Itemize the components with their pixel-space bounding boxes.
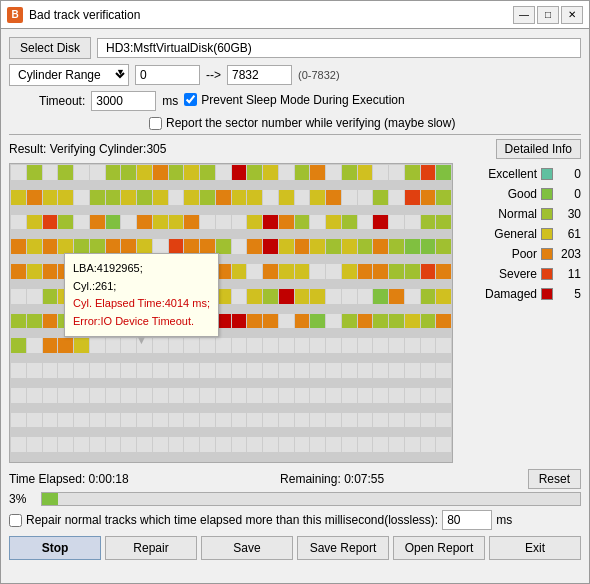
save-report-button[interactable]: Save Report — [297, 536, 389, 560]
grid-cell — [421, 413, 436, 428]
report-sector-checkbox[interactable] — [149, 117, 162, 130]
grid-cell — [200, 413, 215, 428]
grid-cell — [310, 239, 325, 254]
stat-value: 203 — [557, 247, 581, 261]
grid-cell — [421, 190, 436, 205]
grid-cell — [137, 388, 152, 403]
grid-cell — [373, 190, 388, 205]
grid-cell — [342, 165, 357, 180]
stat-value: 61 — [557, 227, 581, 241]
grid-cell — [405, 388, 420, 403]
grid-cell — [405, 413, 420, 428]
open-report-button[interactable]: Open Report — [393, 536, 485, 560]
grid-cell — [358, 264, 373, 279]
grid-cell — [11, 388, 26, 403]
grid-cell — [58, 190, 73, 205]
grid-cell — [326, 413, 341, 428]
grid-cell — [137, 239, 152, 254]
exit-button[interactable]: Exit — [489, 536, 581, 560]
stat-color-box — [541, 228, 553, 240]
grid-cell — [43, 338, 58, 353]
grid-cell — [358, 338, 373, 353]
grid-cell — [106, 388, 121, 403]
grid-cell — [153, 338, 168, 353]
grid-cell — [310, 215, 325, 230]
repair-checkbox[interactable] — [9, 514, 22, 527]
grid-cell — [310, 437, 325, 452]
detailed-info-button[interactable]: Detailed Info — [496, 139, 581, 159]
window-controls: — □ ✕ — [513, 6, 583, 24]
timeout-input[interactable] — [91, 91, 156, 111]
range-from-input[interactable] — [135, 65, 200, 85]
grid-cell — [232, 437, 247, 452]
grid-cell — [279, 264, 294, 279]
grid-cell — [389, 314, 404, 329]
save-button[interactable]: Save — [201, 536, 293, 560]
report-sector-label[interactable]: Report the sector number while verifying… — [149, 116, 581, 130]
grid-cell — [216, 363, 231, 378]
grid-cell — [295, 388, 310, 403]
grid-cell — [137, 363, 152, 378]
grid-cell — [373, 388, 388, 403]
grid-cell — [373, 264, 388, 279]
grid-cell — [153, 437, 168, 452]
grid-cell — [216, 165, 231, 180]
grid-cell — [27, 239, 42, 254]
grid-cell — [184, 437, 199, 452]
stop-button[interactable]: Stop — [9, 536, 101, 560]
grid-cell — [43, 264, 58, 279]
grid-cell — [326, 239, 341, 254]
grid-cell — [421, 215, 436, 230]
grid-cell — [263, 165, 278, 180]
grid-cell — [389, 338, 404, 353]
range-type-dropdown-wrapper[interactable]: Cylinder Range — [9, 64, 129, 86]
grid-cell — [373, 215, 388, 230]
grid-cell — [232, 388, 247, 403]
range-to-input[interactable] — [227, 65, 292, 85]
grid-cell — [27, 264, 42, 279]
select-disk-button[interactable]: Select Disk — [9, 37, 91, 59]
grid-cell — [373, 289, 388, 304]
grid-cell — [436, 190, 451, 205]
grid-cell — [436, 314, 451, 329]
grid-cell — [421, 363, 436, 378]
grid-cell — [247, 215, 262, 230]
bottom-bar: Stop Repair Save Save Report Open Report… — [9, 536, 581, 560]
grid-cell — [184, 388, 199, 403]
reset-button[interactable]: Reset — [528, 469, 581, 489]
grid-cell — [436, 215, 451, 230]
app-icon: B — [7, 7, 23, 23]
grid-cell — [184, 413, 199, 428]
stat-color-box — [541, 288, 553, 300]
range-type-select[interactable]: Cylinder Range — [9, 64, 129, 86]
grid-cell — [169, 388, 184, 403]
grid-cell — [436, 338, 451, 353]
grid-cell — [11, 165, 26, 180]
grid-cell — [74, 413, 89, 428]
maximize-button[interactable]: □ — [537, 6, 559, 24]
grid-cell — [153, 165, 168, 180]
grid-cell — [295, 413, 310, 428]
tooltip-line1: LBA:4192965; — [73, 260, 210, 278]
grid-cell — [216, 388, 231, 403]
grid-cell — [279, 437, 294, 452]
grid-cell — [373, 437, 388, 452]
grid-cell — [247, 190, 262, 205]
tooltip-line3: Cyl. Elapsed Time:4014 ms; — [73, 295, 210, 313]
repair-button[interactable]: Repair — [105, 536, 197, 560]
timeout-label: Timeout: — [39, 94, 85, 108]
minimize-button[interactable]: — — [513, 6, 535, 24]
stat-row: Good0 — [461, 187, 581, 201]
grid-cell — [436, 289, 451, 304]
grid-cell — [342, 437, 357, 452]
prevent-sleep-label[interactable]: Prevent Sleep Mode During Execution — [184, 93, 404, 107]
prevent-sleep-checkbox[interactable] — [184, 93, 197, 106]
grid-cell — [295, 264, 310, 279]
grid-cell — [279, 363, 294, 378]
grid-cell — [169, 215, 184, 230]
grid-cell — [232, 338, 247, 353]
close-button[interactable]: ✕ — [561, 6, 583, 24]
stat-value: 30 — [557, 207, 581, 221]
grid-cell — [389, 215, 404, 230]
repair-ms-input[interactable] — [442, 510, 492, 530]
